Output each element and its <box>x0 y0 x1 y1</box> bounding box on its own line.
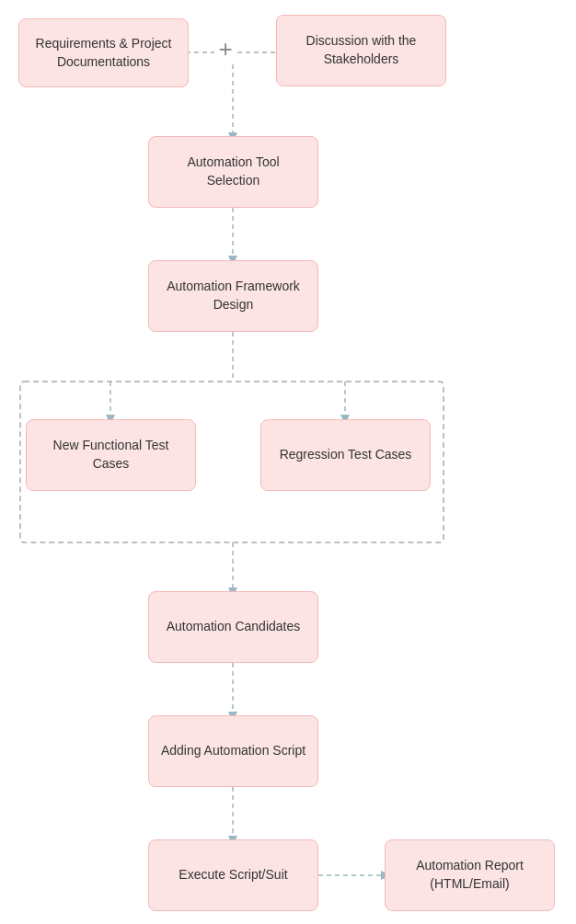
tool-selection-node: Automation Tool Selection <box>148 136 318 208</box>
plus-icon: + <box>212 35 239 63</box>
automation-report-node: Automation Report (HTML/Email) <box>385 839 555 911</box>
execute-node: Execute Script/Suit <box>148 839 318 911</box>
requirements-node: Requirements & Project Documentations <box>18 18 189 87</box>
adding-script-node: Adding Automation Script <box>148 715 318 787</box>
automation-candidates-node: Automation Candidates <box>148 591 318 663</box>
new-functional-node: New Functional Test Cases <box>26 419 196 491</box>
framework-design-node: Automation Framework Design <box>148 260 318 332</box>
regression-node: Regression Test Cases <box>260 419 431 491</box>
discussion-node: Discussion with the Stakeholders <box>276 15 446 86</box>
flowchart-diagram: + Requirements & Project Documentations … <box>0 0 576 924</box>
